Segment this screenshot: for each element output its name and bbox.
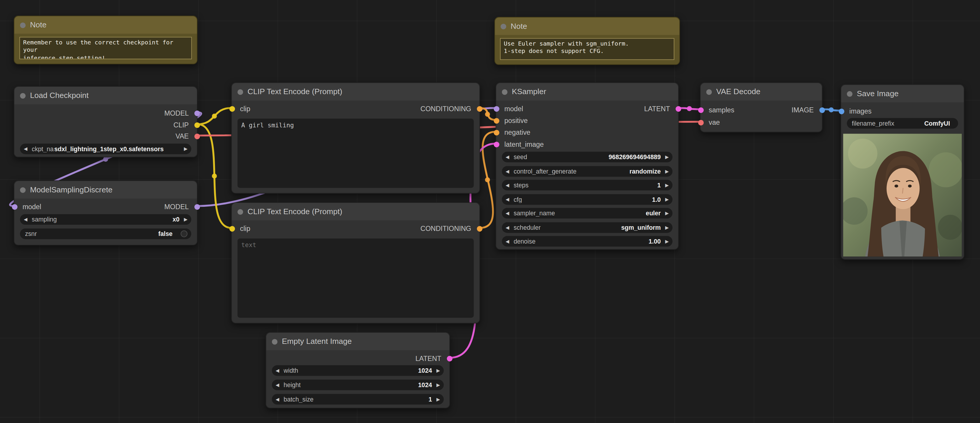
image-port-dot[interactable]: [838, 108, 844, 114]
node-load-checkpoint[interactable]: Load Checkpoint MODEL CLIP VAE ◀ ckpt_na…: [14, 86, 197, 157]
save-image-input-images[interactable]: images: [841, 106, 872, 116]
conditioning-port-dot[interactable]: [476, 226, 482, 231]
toggle-knob[interactable]: [180, 230, 187, 237]
load-checkpoint-output-clip[interactable]: CLIP: [173, 120, 197, 130]
clip-port-dot[interactable]: [229, 106, 235, 111]
clip-port-dot[interactable]: [229, 226, 235, 231]
node-header[interactable]: Note: [14, 16, 197, 33]
arrow-right-icon[interactable]: ▶: [665, 225, 669, 230]
ksampler-output-latent[interactable]: LATENT: [644, 103, 678, 114]
node-note-left[interactable]: Note Remember to use the correct checkpo…: [14, 16, 197, 65]
arrow-left-icon[interactable]: ◀: [24, 146, 27, 151]
ksampler-input-latent-image[interactable]: latent_image: [496, 139, 544, 149]
collapse-dot[interactable]: [20, 22, 25, 28]
widget-denoise[interactable]: ◀ denoise 1.00 ▶: [502, 236, 672, 247]
widget-batch-size[interactable]: ◀ batch_size 1 ▶: [272, 394, 444, 404]
widget-sampler-name[interactable]: ◀ sampler_name euler ▶: [502, 208, 672, 219]
node-note-right[interactable]: Note Use Euler sampler with sgm_uniform.…: [495, 17, 680, 65]
node-model-sampling-discrete[interactable]: ModelSamplingDiscrete model MODEL ◀ samp…: [14, 180, 197, 246]
widget-sampling[interactable]: ◀ sampling x0 ▶: [20, 214, 191, 225]
node-empty-latent-image[interactable]: Empty Latent Image LATENT ◀ width 1024 ▶…: [266, 332, 450, 408]
arrow-right-icon[interactable]: ▶: [436, 397, 440, 401]
load-checkpoint-output-vae[interactable]: VAE: [175, 131, 197, 141]
node-clip-text-encode-negative[interactable]: CLIP Text Encode (Prompt) clip CONDITION…: [231, 203, 480, 323]
node-header[interactable]: Save Image: [841, 85, 964, 102]
arrow-right-icon[interactable]: ▶: [665, 239, 669, 244]
arrow-left-icon[interactable]: ◀: [506, 197, 509, 202]
node-save-image[interactable]: Save Image images filename_prefix ComfyU…: [841, 84, 964, 260]
model-port-dot[interactable]: [194, 204, 200, 209]
model-sampling-input-model[interactable]: model: [14, 202, 41, 212]
ksampler-input-positive[interactable]: positive: [496, 116, 528, 125]
clip-positive-input-clip[interactable]: clip: [232, 103, 250, 114]
collapse-dot[interactable]: [20, 93, 25, 98]
arrow-right-icon[interactable]: ▶: [184, 146, 187, 151]
arrow-left-icon[interactable]: ◀: [506, 169, 509, 174]
collapse-dot[interactable]: [706, 89, 712, 94]
collapse-dot[interactable]: [272, 339, 277, 344]
node-header[interactable]: Load Checkpoint: [14, 87, 197, 104]
empty-latent-output-latent[interactable]: LATENT: [415, 353, 449, 363]
arrow-right-icon[interactable]: ▶: [184, 217, 187, 222]
prompt-textarea[interactable]: text: [238, 239, 474, 318]
arrow-left-icon[interactable]: ◀: [275, 383, 279, 387]
conditioning-port-dot[interactable]: [476, 106, 482, 111]
ksampler-input-model[interactable]: model: [496, 103, 523, 114]
image-port-dot[interactable]: [819, 107, 824, 112]
conditioning-port-dot[interactable]: [493, 130, 499, 135]
vae-decode-input-vae[interactable]: vae: [700, 117, 720, 127]
model-port-dot[interactable]: [493, 106, 499, 111]
model-port-dot[interactable]: [11, 204, 17, 209]
node-header[interactable]: ModelSamplingDiscrete: [14, 181, 197, 198]
widget-seed[interactable]: ◀ seed 968269694694889 ▶: [502, 152, 672, 162]
clip-negative-input-clip[interactable]: clip: [232, 223, 250, 234]
vae-port-dot[interactable]: [698, 119, 703, 125]
arrow-left-icon[interactable]: ◀: [24, 217, 27, 222]
arrow-left-icon[interactable]: ◀: [506, 239, 509, 244]
node-header[interactable]: KSampler: [496, 83, 678, 100]
node-header[interactable]: VAE Decode: [700, 83, 822, 100]
arrow-left-icon[interactable]: ◀: [275, 397, 279, 401]
node-header[interactable]: CLIP Text Encode (Prompt): [232, 83, 479, 100]
vae-port-dot[interactable]: [194, 133, 200, 139]
node-header[interactable]: Empty Latent Image: [266, 333, 449, 350]
latent-port-dot[interactable]: [698, 107, 703, 112]
widget-ckpt-name[interactable]: ◀ ckpt_na sdxl_lightning_1step_x0.safete…: [20, 144, 191, 154]
clip-port-dot[interactable]: [194, 122, 200, 128]
arrow-left-icon[interactable]: ◀: [506, 225, 509, 230]
arrow-left-icon[interactable]: ◀: [506, 155, 509, 160]
node-ksampler[interactable]: KSampler model positive negative latent_…: [496, 82, 679, 250]
latent-port-dot[interactable]: [675, 106, 681, 111]
arrow-right-icon[interactable]: ▶: [665, 211, 669, 215]
arrow-left-icon[interactable]: ◀: [506, 211, 509, 215]
arrow-left-icon[interactable]: ◀: [275, 368, 279, 373]
clip-negative-output-conditioning[interactable]: CONDITIONING: [420, 223, 479, 234]
arrow-right-icon[interactable]: ▶: [436, 383, 440, 387]
latent-port-dot[interactable]: [446, 356, 452, 361]
collapse-dot[interactable]: [847, 91, 853, 97]
widget-scheduler[interactable]: ◀ scheduler sgm_uniform ▶: [502, 222, 672, 233]
node-header[interactable]: Note: [495, 17, 679, 35]
load-checkpoint-output-model[interactable]: MODEL: [164, 108, 197, 118]
vae-decode-output-image[interactable]: IMAGE: [792, 105, 822, 115]
model-port-dot[interactable]: [194, 110, 200, 116]
node-header[interactable]: CLIP Text Encode (Prompt): [232, 203, 479, 220]
arrow-right-icon[interactable]: ▶: [665, 183, 669, 187]
widget-zsnr[interactable]: zsnr false: [20, 228, 191, 239]
node-clip-text-encode-positive[interactable]: CLIP Text Encode (Prompt) clip CONDITION…: [231, 82, 480, 193]
arrow-right-icon[interactable]: ▶: [436, 368, 440, 373]
widget-height[interactable]: ◀ height 1024 ▶: [272, 379, 444, 390]
collapse-dot[interactable]: [238, 209, 243, 214]
conditioning-port-dot[interactable]: [493, 118, 499, 123]
widget-cfg[interactable]: ◀ cfg 1.0 ▶: [502, 194, 672, 205]
collapse-dot[interactable]: [238, 89, 243, 94]
widget-filename-prefix[interactable]: filename_prefix ComfyUI: [847, 118, 958, 128]
ksampler-input-negative[interactable]: negative: [496, 127, 530, 137]
arrow-left-icon[interactable]: ◀: [506, 183, 509, 187]
latent-port-dot[interactable]: [493, 141, 499, 147]
arrow-right-icon[interactable]: ▶: [665, 155, 669, 160]
arrow-right-icon[interactable]: ▶: [665, 197, 669, 202]
widget-steps[interactable]: ◀ steps 1 ▶: [502, 180, 672, 190]
clip-positive-output-conditioning[interactable]: CONDITIONING: [420, 103, 479, 114]
prompt-textarea[interactable]: A girl smiling: [238, 119, 474, 188]
